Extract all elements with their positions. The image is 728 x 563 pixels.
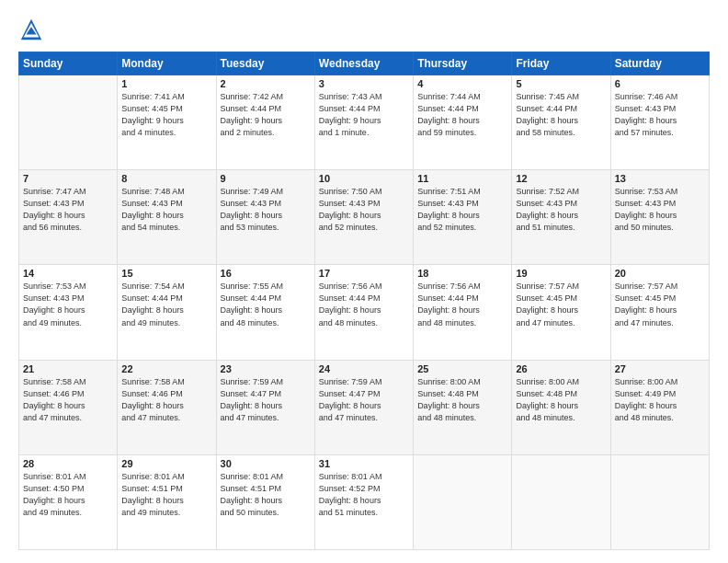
day-number: 16 — [221, 268, 311, 279]
day-number: 14 — [23, 268, 113, 279]
calendar-cell: 31Sunrise: 8:01 AM Sunset: 4:52 PM Dayli… — [314, 454, 413, 549]
day-number: 29 — [121, 458, 211, 469]
page: SundayMondayTuesdayWednesdayThursdayFrid… — [0, 0, 728, 563]
calendar-cell: 27Sunrise: 8:00 AM Sunset: 4:49 PM Dayli… — [610, 360, 709, 454]
day-info: Sunrise: 8:01 AM Sunset: 4:50 PM Dayligh… — [23, 471, 113, 519]
day-info: Sunrise: 8:01 AM Sunset: 4:51 PM Dayligh… — [121, 471, 211, 519]
calendar-cell: 12Sunrise: 7:52 AM Sunset: 4:43 PM Dayli… — [512, 170, 610, 265]
calendar-cell: 26Sunrise: 8:00 AM Sunset: 4:48 PM Dayli… — [512, 360, 610, 454]
calendar-cell: 3Sunrise: 7:43 AM Sunset: 4:44 PM Daylig… — [314, 75, 413, 170]
calendar-week-5: 28Sunrise: 8:01 AM Sunset: 4:50 PM Dayli… — [19, 454, 710, 549]
day-info: Sunrise: 8:00 AM Sunset: 4:49 PM Dayligh… — [615, 376, 705, 424]
day-info: Sunrise: 7:58 AM Sunset: 4:46 PM Dayligh… — [121, 376, 211, 424]
day-number: 6 — [615, 78, 705, 89]
day-number: 27 — [615, 363, 705, 374]
day-info: Sunrise: 8:01 AM Sunset: 4:51 PM Dayligh… — [221, 471, 311, 519]
day-info: Sunrise: 7:45 AM Sunset: 4:44 PM Dayligh… — [516, 91, 606, 139]
day-info: Sunrise: 7:42 AM Sunset: 4:44 PM Dayligh… — [221, 91, 311, 139]
day-info: Sunrise: 7:57 AM Sunset: 4:45 PM Dayligh… — [615, 281, 705, 328]
calendar-cell: 9Sunrise: 7:49 AM Sunset: 4:43 PM Daylig… — [216, 170, 314, 265]
day-info: Sunrise: 7:50 AM Sunset: 4:43 PM Dayligh… — [319, 186, 409, 234]
day-number: 13 — [615, 173, 705, 184]
day-number: 24 — [319, 363, 409, 374]
header — [18, 17, 710, 42]
day-info: Sunrise: 7:43 AM Sunset: 4:44 PM Dayligh… — [319, 91, 409, 139]
calendar-week-2: 7Sunrise: 7:47 AM Sunset: 4:43 PM Daylig… — [19, 170, 710, 265]
logo-icon — [18, 17, 44, 42]
day-number: 2 — [221, 78, 311, 89]
calendar-header-monday: Monday — [118, 52, 216, 75]
calendar-cell: 17Sunrise: 7:56 AM Sunset: 4:44 PM Dayli… — [314, 265, 413, 360]
day-info: Sunrise: 7:55 AM Sunset: 4:44 PM Dayligh… — [221, 281, 311, 328]
day-number: 4 — [417, 78, 507, 89]
calendar-header-thursday: Thursday — [414, 52, 512, 75]
day-number: 17 — [319, 268, 409, 279]
day-info: Sunrise: 7:41 AM Sunset: 4:45 PM Dayligh… — [121, 91, 211, 139]
day-number: 8 — [121, 173, 211, 184]
day-number: 28 — [23, 458, 113, 469]
calendar-week-1: 1Sunrise: 7:41 AM Sunset: 4:45 PM Daylig… — [19, 75, 710, 170]
calendar-cell — [610, 454, 709, 549]
day-info: Sunrise: 7:51 AM Sunset: 4:43 PM Dayligh… — [417, 186, 507, 234]
calendar-cell: 28Sunrise: 8:01 AM Sunset: 4:50 PM Dayli… — [19, 454, 118, 549]
calendar-header-friday: Friday — [512, 52, 610, 75]
day-number: 22 — [121, 363, 211, 374]
day-number: 1 — [121, 78, 211, 89]
day-info: Sunrise: 7:47 AM Sunset: 4:43 PM Dayligh… — [23, 186, 113, 234]
calendar-cell — [512, 454, 610, 549]
day-info: Sunrise: 7:54 AM Sunset: 4:44 PM Dayligh… — [121, 281, 211, 328]
day-number: 12 — [516, 173, 606, 184]
calendar-header-saturday: Saturday — [610, 52, 709, 75]
calendar-cell: 5Sunrise: 7:45 AM Sunset: 4:44 PM Daylig… — [512, 75, 610, 170]
day-info: Sunrise: 7:59 AM Sunset: 4:47 PM Dayligh… — [221, 376, 311, 424]
calendar-cell: 11Sunrise: 7:51 AM Sunset: 4:43 PM Dayli… — [414, 170, 512, 265]
day-number: 19 — [516, 268, 606, 279]
day-number: 25 — [417, 363, 507, 374]
calendar-cell: 30Sunrise: 8:01 AM Sunset: 4:51 PM Dayli… — [216, 454, 314, 549]
calendar-header-tuesday: Tuesday — [216, 52, 314, 75]
day-info: Sunrise: 7:46 AM Sunset: 4:43 PM Dayligh… — [615, 91, 705, 139]
day-number: 20 — [615, 268, 705, 279]
day-info: Sunrise: 8:01 AM Sunset: 4:52 PM Dayligh… — [319, 471, 409, 519]
calendar-cell: 23Sunrise: 7:59 AM Sunset: 4:47 PM Dayli… — [216, 360, 314, 454]
day-info: Sunrise: 7:56 AM Sunset: 4:44 PM Dayligh… — [417, 281, 507, 328]
calendar-cell: 6Sunrise: 7:46 AM Sunset: 4:43 PM Daylig… — [610, 75, 709, 170]
calendar-cell: 24Sunrise: 7:59 AM Sunset: 4:47 PM Dayli… — [314, 360, 413, 454]
calendar-cell: 4Sunrise: 7:44 AM Sunset: 4:44 PM Daylig… — [414, 75, 512, 170]
day-info: Sunrise: 7:59 AM Sunset: 4:47 PM Dayligh… — [319, 376, 409, 424]
logo — [18, 17, 48, 42]
calendar-cell: 13Sunrise: 7:53 AM Sunset: 4:43 PM Dayli… — [610, 170, 709, 265]
calendar-cell: 8Sunrise: 7:48 AM Sunset: 4:43 PM Daylig… — [118, 170, 216, 265]
calendar-cell: 18Sunrise: 7:56 AM Sunset: 4:44 PM Dayli… — [414, 265, 512, 360]
calendar-cell: 15Sunrise: 7:54 AM Sunset: 4:44 PM Dayli… — [118, 265, 216, 360]
calendar-cell — [19, 75, 118, 170]
calendar-cell — [414, 454, 512, 549]
calendar-header-row: SundayMondayTuesdayWednesdayThursdayFrid… — [19, 52, 710, 75]
day-info: Sunrise: 7:53 AM Sunset: 4:43 PM Dayligh… — [23, 281, 113, 328]
day-info: Sunrise: 7:56 AM Sunset: 4:44 PM Dayligh… — [319, 281, 409, 328]
day-info: Sunrise: 8:00 AM Sunset: 4:48 PM Dayligh… — [516, 376, 606, 424]
calendar-week-3: 14Sunrise: 7:53 AM Sunset: 4:43 PM Dayli… — [19, 265, 710, 360]
calendar-week-4: 21Sunrise: 7:58 AM Sunset: 4:46 PM Dayli… — [19, 360, 710, 454]
calendar-cell: 29Sunrise: 8:01 AM Sunset: 4:51 PM Dayli… — [118, 454, 216, 549]
calendar-cell: 25Sunrise: 8:00 AM Sunset: 4:48 PM Dayli… — [414, 360, 512, 454]
calendar-header-sunday: Sunday — [19, 52, 118, 75]
day-info: Sunrise: 7:49 AM Sunset: 4:43 PM Dayligh… — [221, 186, 311, 234]
calendar-cell: 10Sunrise: 7:50 AM Sunset: 4:43 PM Dayli… — [314, 170, 413, 265]
day-number: 31 — [319, 458, 409, 469]
calendar-cell: 22Sunrise: 7:58 AM Sunset: 4:46 PM Dayli… — [118, 360, 216, 454]
day-info: Sunrise: 7:58 AM Sunset: 4:46 PM Dayligh… — [23, 376, 113, 424]
calendar-header-wednesday: Wednesday — [314, 52, 413, 75]
day-number: 21 — [23, 363, 113, 374]
day-info: Sunrise: 7:57 AM Sunset: 4:45 PM Dayligh… — [516, 281, 606, 328]
day-number: 10 — [319, 173, 409, 184]
day-info: Sunrise: 8:00 AM Sunset: 4:48 PM Dayligh… — [417, 376, 507, 424]
day-number: 15 — [121, 268, 211, 279]
calendar-cell: 7Sunrise: 7:47 AM Sunset: 4:43 PM Daylig… — [19, 170, 118, 265]
calendar-cell: 14Sunrise: 7:53 AM Sunset: 4:43 PM Dayli… — [19, 265, 118, 360]
calendar-cell: 19Sunrise: 7:57 AM Sunset: 4:45 PM Dayli… — [512, 265, 610, 360]
calendar-cell: 2Sunrise: 7:42 AM Sunset: 4:44 PM Daylig… — [216, 75, 314, 170]
day-info: Sunrise: 7:44 AM Sunset: 4:44 PM Dayligh… — [417, 91, 507, 139]
day-number: 30 — [221, 458, 311, 469]
day-number: 9 — [221, 173, 311, 184]
